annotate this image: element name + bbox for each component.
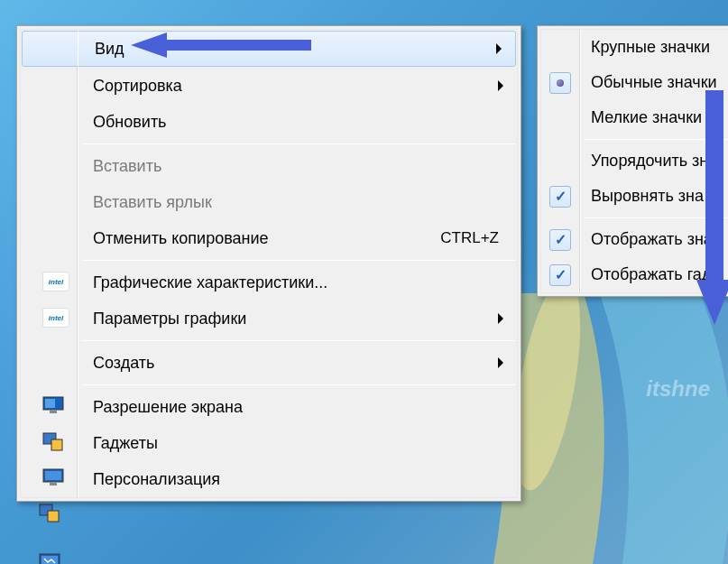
menu-label: Сортировка xyxy=(93,77,499,96)
menu-item-paste: Вставить xyxy=(21,148,517,184)
menu-shortcut: CTRL+Z xyxy=(440,229,499,247)
menu-separator xyxy=(82,143,515,144)
menu-item-view[interactable]: Вид xyxy=(22,31,516,67)
menu-separator xyxy=(82,340,515,341)
menu-label: Обновить xyxy=(93,113,499,132)
checkmark-icon: ✓ xyxy=(549,229,571,251)
menu-label: Крупные значки xyxy=(591,38,728,57)
menu-label: Отменить копирование xyxy=(93,229,440,248)
svg-rect-13 xyxy=(51,439,62,450)
desktop-context-menu: Вид Сортировка Обновить Вставить Вставит… xyxy=(16,25,521,502)
desktop-icon-personalize[interactable] xyxy=(32,544,68,564)
menu-label: Персонализация xyxy=(93,470,499,489)
chevron-right-icon xyxy=(496,43,502,54)
menu-label: Обычные значки xyxy=(591,73,728,92)
checkmark-icon: ✓ xyxy=(549,186,571,208)
menu-label: Вставить ярлык xyxy=(93,193,499,212)
chevron-right-icon xyxy=(498,357,503,368)
svg-rect-11 xyxy=(50,411,57,413)
menu-item-new[interactable]: Создать xyxy=(21,345,517,381)
menu-label: Параметры графики xyxy=(93,310,499,328)
radio-selected-icon xyxy=(549,72,571,94)
svg-rect-10 xyxy=(45,399,55,408)
menu-item-graphics-props[interactable]: intel Графические характеристики... xyxy=(21,264,517,300)
menu-item-refresh[interactable]: Обновить xyxy=(21,104,517,140)
watermark: itshne xyxy=(646,376,710,402)
menu-label: Вид xyxy=(95,40,497,59)
menu-item-gadgets[interactable]: Гаджеты xyxy=(21,425,517,461)
menu-label: Гаджеты xyxy=(93,434,499,453)
personalize-icon xyxy=(42,468,64,490)
gadgets-icon xyxy=(42,432,64,454)
menu-label: Создать xyxy=(93,354,499,373)
menu-item-resolution[interactable]: Разрешение экрана xyxy=(21,389,517,425)
svg-rect-16 xyxy=(50,483,57,485)
menu-item-graphics-params[interactable]: intel Параметры графики xyxy=(21,300,517,337)
annotation-arrow-right xyxy=(696,90,728,328)
chevron-right-icon xyxy=(498,313,503,324)
menu-label: Графические характеристики... xyxy=(93,273,499,292)
menu-item-sort[interactable]: Сортировка xyxy=(21,68,517,104)
menu-item-undo-copy[interactable]: Отменить копирование CTRL+Z xyxy=(21,220,517,256)
svg-rect-5 xyxy=(48,511,59,522)
svg-rect-15 xyxy=(45,471,61,480)
checkmark-icon: ✓ xyxy=(549,264,571,286)
menu-item-paste-shortcut: Вставить ярлык xyxy=(21,184,517,220)
chevron-right-icon xyxy=(498,80,503,91)
menu-separator xyxy=(82,384,515,385)
monitor-icon xyxy=(42,396,64,418)
submenu-item-large-icons[interactable]: Крупные значки xyxy=(541,30,728,65)
menu-item-personalize[interactable]: Персонализация xyxy=(21,461,517,497)
intel-icon: intel xyxy=(42,308,64,329)
menu-separator xyxy=(82,260,515,261)
intel-icon: intel xyxy=(42,272,64,293)
menu-label: Разрешение экрана xyxy=(93,398,499,417)
menu-label: Вставить xyxy=(93,157,499,176)
